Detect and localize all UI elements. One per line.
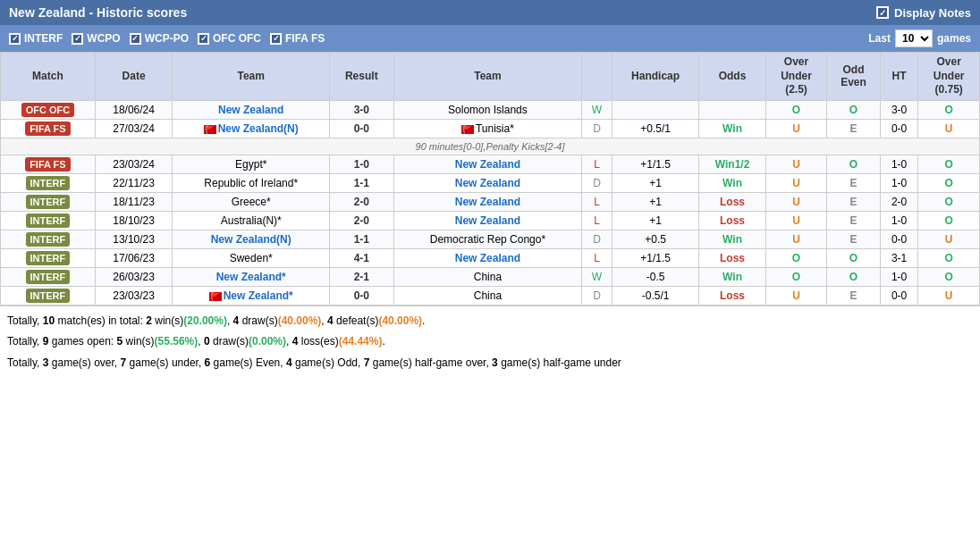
match-team1: New Zealand — [173, 100, 330, 119]
filter-wcpo[interactable]: ✓ WCPO — [72, 32, 120, 45]
filter-wcppo[interactable]: ✓ WCP-PO — [130, 32, 189, 45]
match-score: 2-0 — [330, 192, 394, 211]
display-notes-container: ✓ Display Notes — [876, 6, 971, 20]
table-row: INTERF 18/11/23 Greece* 2-0 New Zealand … — [1, 192, 980, 211]
results-table: Match Date Team Result Team Handicap Odd… — [0, 52, 980, 306]
filter-interf[interactable]: ✓ INTERF — [9, 32, 63, 45]
match-handicap: +0.5/1 — [612, 119, 699, 138]
match-overunder075: O — [918, 155, 980, 173]
summary-line2: Totally, 9 games open: 5 win(s)(55.56%),… — [7, 332, 973, 352]
match-oddeven: E — [827, 119, 881, 138]
match-wd: D — [582, 119, 612, 138]
match-odds: Win — [699, 119, 765, 138]
match-handicap: +1/1.5 — [612, 155, 699, 173]
match-badge: OFC OFC — [1, 100, 96, 119]
filter-ofcofc[interactable]: ✓ OFC OFC — [198, 32, 261, 45]
filter-bar: ✓ INTERF ✓ WCPO ✓ WCP-PO ✓ OFC OFC ✓ FIF… — [0, 25, 980, 52]
table-row: INTERF 13/10/23 New Zealand(N) 1-1 Democ… — [1, 230, 980, 248]
match-odds — [699, 100, 765, 119]
filter-wcpo-label: WCPO — [87, 32, 120, 45]
col-team1: Team — [173, 53, 330, 101]
match-overunder25: U — [765, 230, 827, 248]
match-overunder25: U — [765, 155, 827, 173]
col-overunder075: OverUnder(0.75) — [918, 53, 980, 101]
match-team1: 🚩New Zealand(N) — [173, 119, 330, 138]
match-wd: D — [582, 173, 612, 192]
match-odds: Win — [699, 173, 765, 192]
match-odds: Loss — [699, 211, 765, 230]
match-handicap: +1 — [612, 211, 699, 230]
summary-line1: Totally, 10 match(es) in total: 2 win(s)… — [7, 312, 973, 331]
filter-fifafs-label: FIFA FS — [285, 32, 325, 45]
match-wd: L — [582, 248, 612, 267]
match-team2: 🚩Tunisia* — [393, 119, 582, 138]
match-handicap: +1 — [612, 173, 699, 192]
match-overunder25: O — [765, 248, 827, 267]
col-result: Result — [330, 53, 394, 101]
summary-section: Totally, 10 match(es) in total: 2 win(s)… — [0, 306, 980, 381]
match-odds: Win — [699, 267, 765, 286]
match-overunder075: U — [918, 286, 980, 305]
match-wd: D — [582, 230, 612, 248]
match-overunder075: O — [918, 248, 980, 267]
col-odds: Odds — [699, 53, 765, 101]
match-score: 0-0 — [330, 119, 394, 138]
match-team2: New Zealand — [393, 248, 582, 267]
match-handicap: +0.5 — [612, 230, 699, 248]
match-overunder25: U — [765, 286, 827, 305]
match-overunder25: U — [765, 173, 827, 192]
match-score: 1-0 — [330, 155, 394, 173]
match-oddeven: E — [827, 211, 881, 230]
match-wd: L — [582, 211, 612, 230]
note-row: 90 minutes[0-0],Penalty Kicks[2-4] — [1, 138, 980, 155]
last-games-filter: Last 10 20 30 games — [868, 29, 971, 47]
match-badge: INTERF — [1, 211, 96, 230]
match-score: 3-0 — [330, 100, 394, 119]
display-notes-label: Display Notes — [894, 6, 971, 20]
match-badge: INTERF — [1, 286, 96, 305]
filter-fifafs-checkbox[interactable]: ✓ — [270, 33, 282, 45]
table-row: INTERF 23/03/23 🚩New Zealand* 0-0 China … — [1, 286, 980, 305]
match-overunder075: O — [918, 192, 980, 211]
match-wd: D — [582, 286, 612, 305]
display-notes-checkbox[interactable]: ✓ — [876, 6, 889, 19]
match-overunder075: U — [918, 230, 980, 248]
match-team2: New Zealand — [393, 173, 582, 192]
match-ht: 3-0 — [880, 100, 918, 119]
match-overunder075: O — [918, 267, 980, 286]
col-oddeven: OddEven — [827, 53, 881, 101]
summary-line3: Totally, 3 game(s) over, 7 game(s) under… — [7, 354, 973, 373]
match-date: 18/10/23 — [95, 211, 173, 230]
table-row: INTERF 26/03/23 New Zealand* 2-1 China W… — [1, 267, 980, 286]
filter-interf-checkbox[interactable]: ✓ — [9, 33, 21, 45]
match-oddeven: E — [827, 173, 881, 192]
match-overunder25: U — [765, 192, 827, 211]
match-badge: FIFA FS — [1, 119, 96, 138]
table-row: INTERF 17/06/23 Sweden* 4-1 New Zealand … — [1, 248, 980, 267]
match-team2: New Zealand — [393, 211, 582, 230]
match-odds: Loss — [699, 286, 765, 305]
filter-ofcofc-checkbox[interactable]: ✓ — [198, 33, 209, 45]
match-team2: China — [393, 267, 582, 286]
match-badge: INTERF — [1, 192, 96, 211]
match-date: 22/11/23 — [95, 173, 173, 192]
filter-fifafs[interactable]: ✓ FIFA FS — [270, 32, 325, 45]
match-team1: Australia(N)* — [173, 211, 330, 230]
match-oddeven: O — [827, 267, 881, 286]
filter-wcpo-checkbox[interactable]: ✓ — [72, 33, 83, 45]
match-handicap — [612, 100, 699, 119]
table-row: OFC OFC 18/06/24 New Zealand 3-0 Solomon… — [1, 100, 980, 119]
match-score: 4-1 — [330, 248, 394, 267]
match-handicap: -0.5 — [612, 267, 699, 286]
note-cell: 90 minutes[0-0],Penalty Kicks[2-4] — [1, 138, 980, 155]
match-team1: Egypt* — [173, 155, 330, 173]
match-wd: L — [582, 192, 612, 211]
match-wd: W — [582, 100, 612, 119]
match-ht: 0-0 — [880, 119, 918, 138]
match-date: 23/03/23 — [95, 286, 173, 305]
games-select[interactable]: 10 20 30 — [895, 29, 933, 47]
filter-wcppo-checkbox[interactable]: ✓ — [130, 33, 141, 45]
col-team2: Team — [393, 53, 582, 101]
match-overunder25: O — [765, 100, 827, 119]
match-handicap: +1 — [612, 192, 699, 211]
